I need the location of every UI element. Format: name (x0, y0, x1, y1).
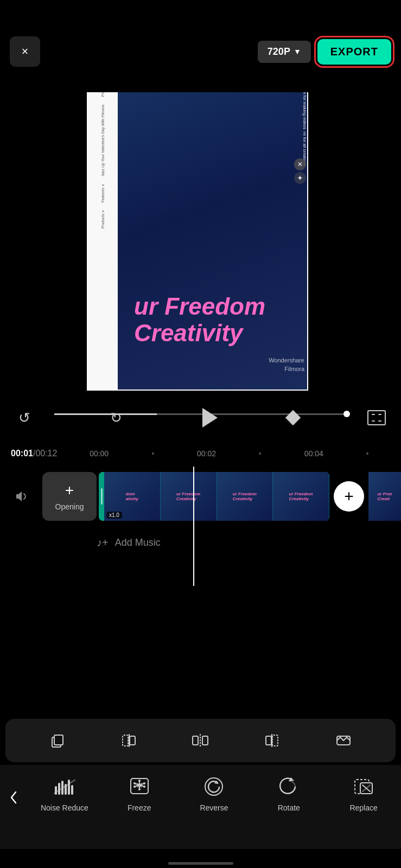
quality-label: 720P (268, 46, 290, 58)
svg-point-26 (143, 782, 145, 784)
svg-text:✳: ✳ (136, 781, 143, 790)
track-thumb-2: ur FreedomCreativity (161, 472, 217, 521)
time-markers: 00:00 00:02 00:04 (68, 449, 390, 458)
keyframe-button[interactable] (327, 724, 360, 757)
svg-rect-1 (54, 735, 63, 745)
music-note-icon: ♪+ (97, 537, 109, 549)
freeze-icon: ✳ (126, 773, 153, 800)
time-dot-3 (366, 452, 368, 455)
close-icon: × (22, 46, 29, 58)
top-bar: × 720P ▼ EXPORT (0, 0, 401, 92)
current-time: 00:01/ (11, 449, 35, 458)
sidebar-products: Products ∨ (101, 208, 105, 231)
thumb-text-3: ur FreedomCreativity (233, 492, 257, 501)
time-marker-0: 00:00 (90, 449, 109, 458)
duplicate-icon (49, 732, 66, 749)
svg-rect-7 (202, 736, 208, 745)
video-track[interactable]: domativity x1.0 ur FreedomCreativity ur … (99, 472, 329, 521)
svg-rect-12 (55, 786, 57, 795)
track-left-handle[interactable] (99, 472, 104, 521)
home-indicator (168, 862, 233, 865)
trim-right-button[interactable] (256, 724, 288, 757)
trim-left-icon (120, 732, 138, 749)
svg-point-27 (133, 786, 136, 788)
fullscreen-icon (367, 410, 386, 425)
track-thumb-4: ur FreedomCreativity (273, 472, 329, 521)
fullscreen-button[interactable] (363, 404, 390, 431)
time-marker-4: 00:04 (304, 449, 323, 458)
replace-label: Replace (349, 803, 377, 812)
track-thumb-1: domativity x1.0 (104, 472, 161, 521)
total-time: 00:12 (35, 449, 57, 458)
rotate-icon (275, 773, 302, 800)
quality-dropdown-arrow: ▼ (294, 47, 301, 56)
time-dot-2 (259, 452, 261, 455)
reverse-icon (200, 773, 227, 800)
video-watermark: Wondershare Filmora (269, 356, 304, 373)
bottom-action-bar: Noise Reduce (0, 765, 401, 849)
redo-icon: ↻ (110, 410, 122, 426)
thumb-text-4: ur FreedomCreativity (289, 492, 313, 501)
export-button[interactable]: EXPORT (317, 39, 391, 65)
video-controls: ↺ ↻ (0, 396, 401, 439)
svg-rect-10 (272, 735, 278, 746)
trim-right-icon (263, 732, 281, 749)
split-button[interactable] (184, 724, 217, 757)
opening-button[interactable]: + Opening (42, 472, 97, 521)
watermark-line1: Wondershare (269, 356, 304, 365)
redo-button[interactable]: ↻ (103, 404, 130, 431)
duplicate-button[interactable] (41, 724, 74, 757)
keyframe-marker (285, 410, 301, 425)
svg-rect-13 (58, 783, 60, 795)
reverse-button[interactable]: Reverse (187, 773, 241, 812)
time-marker-2: 00:02 (197, 449, 216, 458)
rotate-button[interactable]: Rotate (262, 773, 316, 812)
thumb-text-1: domativity (126, 492, 138, 501)
freeze-button[interactable]: ✳ Freeze (112, 773, 167, 812)
add-music-label: Add Music (115, 537, 161, 548)
split-icon (192, 732, 209, 749)
play-icon (202, 408, 218, 427)
track-overflow-thumb: ur FreeCreati (368, 472, 401, 521)
track-thumb-3: ur FreedomCreativity (217, 472, 273, 521)
quality-selector[interactable]: 720P ▼ (258, 41, 311, 63)
back-button[interactable] (0, 770, 27, 825)
thumb-text-2: ur FreedomCreativity (176, 492, 200, 501)
video-big-text: ur Freedom Creativity (134, 293, 296, 346)
svg-rect-2 (123, 735, 128, 746)
undo-icon: ↺ (18, 410, 30, 426)
add-music-button[interactable]: ♪+ Add Music (97, 537, 161, 549)
track-handle-bar-icon (101, 488, 103, 505)
replace-button[interactable]: Replace (336, 773, 391, 812)
freedom-text-line1: ur Freedom (134, 293, 296, 320)
opening-plus-icon: + (65, 482, 74, 499)
watermark-line2: Filmora (269, 365, 304, 373)
keyframe-icon (335, 732, 352, 749)
trim-left-button[interactable] (113, 724, 145, 757)
close-button[interactable]: × (10, 36, 40, 67)
add-clip-button[interactable]: + (334, 481, 364, 512)
play-button[interactable] (194, 403, 224, 432)
timeline-track-row: + Opening domativity x1.0 ur FreedomCrea… (0, 467, 401, 526)
action-items: Noise Reduce (27, 770, 401, 812)
noise-reduce-button[interactable]: Noise Reduce (37, 773, 92, 812)
replace-icon (350, 773, 377, 800)
noise-reduce-label: Noise Reduce (41, 803, 88, 812)
freedom-text-line2: Creativity (134, 320, 296, 346)
svg-point-25 (133, 782, 136, 784)
svg-point-28 (143, 786, 145, 788)
sidebar-valentine: Jazz Up Your Valentine's Day With Filmor… (101, 103, 105, 178)
edit-toolbar (5, 719, 396, 762)
rotate-label: Rotate (278, 803, 300, 812)
noise-reduce-icon (51, 773, 78, 800)
undo-button[interactable]: ↺ (11, 404, 38, 431)
svg-rect-8 (266, 736, 271, 745)
svg-rect-4 (130, 736, 135, 745)
time-display: 00:01/ 00:12 00:00 00:02 00:04 (0, 444, 401, 463)
speed-badge: x1.0 (106, 512, 122, 519)
add-music-row: ♪+ Add Music (0, 526, 401, 559)
reverse-label: Reverse (200, 803, 228, 812)
opening-label: Opening (55, 502, 84, 511)
sidebar-features: Features ∨ (101, 182, 105, 205)
track-thumbnails: domativity x1.0 ur FreedomCreativity ur … (104, 472, 329, 521)
